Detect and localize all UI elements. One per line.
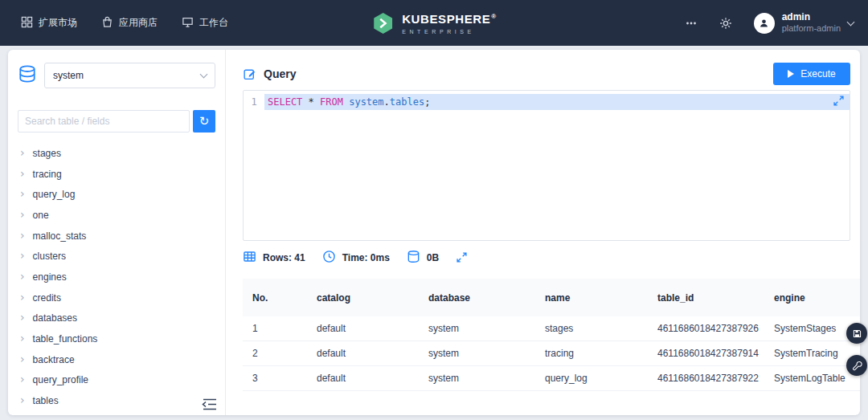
chevron-down-icon bbox=[200, 71, 208, 79]
editor-expand-icon[interactable] bbox=[833, 95, 845, 107]
save-float-button[interactable] bbox=[846, 323, 867, 344]
table-item-label: query_profile bbox=[33, 374, 88, 385]
table-item-credits[interactable]: ›credits bbox=[18, 287, 215, 308]
kubesphere-logo-icon bbox=[371, 11, 395, 35]
result-stats-bar: Rows: 41 Time: 0ms 0B bbox=[243, 247, 468, 268]
chevron-down-icon bbox=[847, 18, 855, 27]
results-body: 1defaultsystemstages4611686018427387926S… bbox=[243, 316, 860, 391]
database-icon bbox=[18, 64, 37, 87]
market-icon bbox=[21, 16, 33, 31]
column-header-no: No. bbox=[243, 292, 307, 304]
table-item-label: tracing bbox=[33, 169, 62, 180]
code-line-content: SELECT * FROM system.tables; bbox=[264, 94, 850, 110]
table-item-query_log[interactable]: ›query_log bbox=[18, 184, 215, 205]
table-item-label: malloc_stats bbox=[33, 230, 87, 242]
table-item-label: backtrace bbox=[33, 354, 75, 365]
avatar bbox=[754, 13, 775, 34]
nav-item-workbench[interactable]: 工作台 bbox=[182, 16, 228, 31]
table-item-tracing[interactable]: ›tracing bbox=[18, 164, 215, 185]
table-item-table_functions[interactable]: ›table_functions bbox=[18, 328, 215, 349]
column-header-catalog: catalog bbox=[307, 292, 419, 304]
chevron-right-icon: › bbox=[20, 271, 25, 282]
user-menu[interactable]: admin platform-admin bbox=[754, 11, 854, 35]
table-cell: 3 bbox=[243, 373, 307, 384]
logo-subtitle: ENTERPRISE bbox=[402, 29, 497, 35]
table-cell: query_log bbox=[535, 373, 648, 384]
table-item-label: tables bbox=[33, 395, 59, 406]
workbench-icon bbox=[182, 16, 194, 31]
nav-item-app-store[interactable]: 应用商店 bbox=[101, 16, 158, 31]
table-cell: 4611686018427387914 bbox=[648, 348, 764, 359]
chevron-right-icon: › bbox=[20, 250, 25, 261]
table-cell: stages bbox=[535, 323, 648, 334]
toolbox-float-button[interactable] bbox=[846, 355, 867, 376]
play-icon bbox=[788, 70, 794, 78]
table-cell: 4611686018427387922 bbox=[648, 373, 764, 384]
database-select[interactable]: system bbox=[44, 63, 215, 88]
table-row[interactable]: 1defaultsystemstages4611686018427387926S… bbox=[243, 316, 860, 341]
table-tree: ›stages›tracing›query_log›one›malloc_sta… bbox=[18, 143, 215, 411]
table-item-label: one bbox=[33, 210, 49, 221]
column-header-database: database bbox=[419, 292, 535, 304]
chevron-right-icon: › bbox=[20, 332, 25, 344]
query-panel: Query Execute 1 SELECT * FROM system.tab… bbox=[227, 50, 860, 415]
table-item-query_profile[interactable]: ›query_profile bbox=[18, 370, 215, 391]
table-row[interactable]: 2defaultsystemtracing4611686018427387914… bbox=[243, 341, 860, 366]
table-cell: system bbox=[419, 373, 535, 384]
table-item-databases[interactable]: ›databases bbox=[18, 308, 215, 329]
chevron-right-icon: › bbox=[20, 373, 25, 385]
execute-button[interactable]: Execute bbox=[773, 63, 850, 85]
size-stat: 0B bbox=[407, 250, 439, 266]
chevron-right-icon: › bbox=[20, 312, 25, 323]
table-cell: default bbox=[307, 323, 419, 334]
more-apps-icon[interactable] bbox=[685, 17, 698, 30]
table-grid-icon bbox=[243, 250, 256, 266]
table-item-stages[interactable]: ›stages bbox=[18, 143, 215, 164]
registered-mark: ® bbox=[491, 13, 497, 20]
app-screen: 扩展市场 应用商店 工作台 KUBESPHERE® ENTERPRISE bbox=[0, 0, 868, 420]
table-item-tables[interactable]: ›tables bbox=[18, 390, 215, 411]
nav-item-label: 应用商店 bbox=[119, 16, 158, 30]
table-cell: 4611686018427387926 bbox=[648, 323, 764, 334]
chevron-right-icon: › bbox=[20, 209, 25, 220]
table-search-row: ↻ bbox=[18, 110, 215, 133]
execute-label: Execute bbox=[800, 68, 835, 80]
user-name: admin bbox=[782, 11, 841, 23]
logo-text: KUBESPHERE® ENTERPRISE bbox=[402, 12, 497, 35]
line-number: 1 bbox=[244, 94, 264, 110]
nav-item-extension-market[interactable]: 扩展市场 bbox=[21, 16, 77, 31]
table-item-malloc_stats[interactable]: ›malloc_stats bbox=[18, 226, 215, 247]
collapse-sidebar-button[interactable] bbox=[201, 398, 217, 410]
table-cell: default bbox=[307, 348, 419, 359]
table-item-clusters[interactable]: ›clusters bbox=[18, 246, 215, 267]
results-expand-icon[interactable] bbox=[456, 251, 468, 263]
table-item-label: engines bbox=[33, 271, 67, 283]
appstore-icon bbox=[101, 16, 113, 31]
database-select-value: system bbox=[53, 70, 84, 81]
table-cell: SystemTracing bbox=[764, 348, 860, 359]
table-item-engines[interactable]: ›engines bbox=[18, 267, 215, 287]
rows-stat: Rows: 41 bbox=[243, 250, 305, 266]
gear-icon[interactable] bbox=[719, 17, 732, 30]
search-input[interactable] bbox=[18, 110, 190, 133]
rows-stat-label: Rows: 41 bbox=[263, 252, 305, 263]
table-row[interactable]: 3defaultsystemquery_log46116860184273879… bbox=[243, 366, 860, 391]
table-cell: SystemLogTable bbox=[764, 373, 860, 384]
kubesphere-logo: KUBESPHERE® ENTERPRISE bbox=[371, 11, 497, 35]
refresh-button[interactable]: ↻ bbox=[193, 110, 215, 133]
sql-editor[interactable]: 1 SELECT * FROM system.tables; bbox=[243, 90, 850, 241]
column-header-table_id: table_id bbox=[648, 292, 764, 304]
table-cell: default bbox=[307, 373, 419, 384]
edit-query-icon bbox=[243, 67, 256, 81]
query-header: Query Execute bbox=[243, 61, 850, 87]
chevron-right-icon: › bbox=[20, 230, 25, 241]
chevron-right-icon: › bbox=[20, 394, 25, 406]
table-item-one[interactable]: ›one bbox=[18, 205, 215, 226]
table-item-backtrace[interactable]: ›backtrace bbox=[18, 349, 215, 370]
time-stat-label: Time: 0ms bbox=[342, 252, 390, 263]
table-item-label: stages bbox=[33, 148, 61, 159]
table-cell: tracing bbox=[535, 348, 648, 359]
header-right: admin platform-admin bbox=[685, 11, 854, 35]
refresh-icon: ↻ bbox=[199, 114, 210, 128]
time-stat: Time: 0ms bbox=[322, 250, 390, 266]
